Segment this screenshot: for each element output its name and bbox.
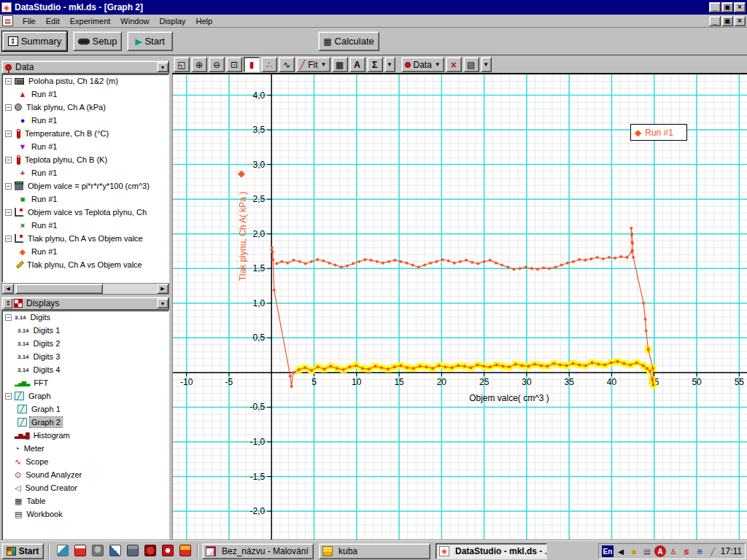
display-item-scope[interactable]: ∿ Scope xyxy=(2,455,169,468)
quicklaunch-icon-5[interactable] xyxy=(127,545,139,556)
zoom-in-button[interactable]: ⊕ xyxy=(191,57,207,72)
quicklaunch-icon-4[interactable] xyxy=(109,545,121,556)
child-restore-button[interactable]: ▣ xyxy=(721,16,733,26)
expand-icon[interactable]: − xyxy=(5,131,12,137)
start-button[interactable]: ▶ Start xyxy=(127,31,173,51)
displays-dropdown-button[interactable]: ▼ xyxy=(157,298,169,308)
scroll-left-button[interactable]: ◀ xyxy=(2,284,14,294)
smart-tool-button[interactable]: ▮ xyxy=(244,57,260,72)
tree-run-objem[interactable]: ■ Run #1 xyxy=(2,192,169,206)
display-item-sound-creator[interactable]: ◁ Sound Creator xyxy=(2,481,169,494)
close-button[interactable]: × xyxy=(734,2,746,12)
zoom-select-button[interactable]: ⊡ xyxy=(226,57,242,72)
power-icon[interactable]: ≶ xyxy=(681,545,692,557)
menu-edit[interactable]: Edit xyxy=(41,15,65,27)
slope-tool-button[interactable]: ∴ xyxy=(261,57,277,72)
quicklaunch-icon-6[interactable] xyxy=(144,545,156,556)
expand-icon[interactable]: − xyxy=(5,236,12,242)
data-panel-header[interactable]: Data ▼ xyxy=(1,61,169,74)
tree-run-tlak[interactable]: ● Run #1 xyxy=(2,114,169,127)
display-item-digits-1[interactable]: 3.14 Digits 1 xyxy=(2,324,169,337)
scroll-thumb[interactable] xyxy=(15,284,103,294)
tangent-tool-button[interactable]: ∿ xyxy=(279,57,295,72)
tree-item-objem-vs-teplota[interactable]: − Objem valce vs Teplota plynu, Ch xyxy=(2,206,169,219)
quicklaunch-icon-1[interactable] xyxy=(57,545,69,556)
data-menu-button[interactable]: Data ▼ xyxy=(401,57,444,72)
display-item-histogram[interactable]: ▃▆▄█ Histogram xyxy=(2,429,169,442)
expand-icon[interactable]: − xyxy=(5,209,12,216)
calculate-button[interactable]: ▦ Calculate xyxy=(318,31,379,51)
graph-settings-button[interactable]: ▤ xyxy=(463,57,479,72)
menu-experiment[interactable]: Experiment xyxy=(65,15,116,27)
text-tool-button[interactable]: A xyxy=(349,57,365,72)
graph-settings-dropdown-button[interactable]: ▼ xyxy=(481,57,492,72)
ati-icon[interactable]: A xyxy=(654,545,666,557)
scheduler-icon[interactable]: ▤ xyxy=(641,545,653,557)
tree-run-tlak-vs-objem[interactable]: ◆ Run #1 xyxy=(2,245,169,258)
update-icon[interactable]: ⊕ xyxy=(694,545,705,557)
tree-run-objem-vs-teplota[interactable]: × Run #1 xyxy=(2,219,169,232)
plot-area[interactable]: -10-5510152025303540455055-2,0-1,5-1,0-0… xyxy=(172,74,747,540)
tree-item-temperature[interactable]: − Temperature, Ch B (°C) xyxy=(2,127,169,140)
legend[interactable]: ◆ Run #1 xyxy=(630,124,687,141)
tree-item-tlak-plynu[interactable]: − Tlak plynu, Ch A (kPa) xyxy=(2,101,169,114)
start-menu-button[interactable]: Start xyxy=(1,543,44,559)
task-button-paint[interactable]: Bez_názvu - Malování xyxy=(202,543,314,559)
display-item-digits-4[interactable]: 3.14 Digits 4 xyxy=(2,363,169,376)
display-item-sound-analyzer[interactable]: ⊙ Sound Analyzer xyxy=(2,468,169,481)
display-utility-icon[interactable]: ◆ xyxy=(628,545,640,557)
volume-icon[interactable]: ◀ xyxy=(615,545,627,557)
calculator-tool-button[interactable]: ▦ xyxy=(332,57,348,72)
quicklaunch-icon-8[interactable] xyxy=(179,545,191,556)
tree-item-tlak-vs-objem-2[interactable]: Tlak plynu, Ch A vs Objem valce xyxy=(2,258,169,271)
quicklaunch-icon-3[interactable] xyxy=(92,545,104,556)
display-item-digits-3[interactable]: 3.14 Digits 3 xyxy=(2,350,169,363)
expand-icon[interactable]: − xyxy=(5,183,12,190)
setup-button[interactable]: Setup xyxy=(73,31,122,51)
statistics-button[interactable]: Σ xyxy=(367,57,383,72)
menu-display[interactable]: Display xyxy=(154,15,190,27)
display-item-digits-2[interactable]: 3.14 Digits 2 xyxy=(2,337,169,350)
remove-button[interactable]: × xyxy=(446,57,462,72)
task-button-datastudio[interactable]: ◈ DataStudio - mkl.ds - ... xyxy=(436,543,547,559)
child-minimize-button[interactable]: _ xyxy=(709,16,721,26)
data-tree-hscrollbar[interactable]: ◀ ▶ xyxy=(1,283,169,295)
display-item-table[interactable]: ▦ Table xyxy=(2,494,169,508)
child-close-button[interactable]: × xyxy=(734,16,746,26)
antivirus-icon[interactable]: ♙ xyxy=(667,545,679,557)
menu-window[interactable]: Window xyxy=(115,15,154,27)
tree-item-objem-valce[interactable]: − Objem valce = pi*r*r*y*100 (cm^3) xyxy=(2,179,169,192)
scroll-right-button[interactable]: ▶ xyxy=(157,284,169,294)
minimize-button[interactable]: _ xyxy=(709,2,721,12)
menu-file[interactable]: File xyxy=(18,15,41,27)
display-item-fft[interactable]: ▂▄▆▃ FFT xyxy=(2,376,169,389)
display-item-graph[interactable]: − ╱ Graph xyxy=(2,389,169,402)
tree-run-temperature[interactable]: ▼ Run #1 xyxy=(2,140,169,153)
quicklaunch-icon-7[interactable] xyxy=(162,545,174,556)
language-indicator[interactable]: En xyxy=(602,545,614,557)
menu-help[interactable]: Help xyxy=(191,15,218,27)
data-dropdown-button[interactable]: ▼ xyxy=(157,62,169,72)
display-item-meter[interactable]: ◔ Meter xyxy=(2,442,169,455)
display-item-graph-2[interactable]: ╱ Graph 2 xyxy=(2,416,169,429)
expand-icon[interactable]: − xyxy=(5,393,12,400)
tree-run-teplota[interactable]: + Run #1 xyxy=(2,166,169,179)
tree-item-tlak-vs-objem[interactable]: − Tlak plynu, Ch A vs Objem valce xyxy=(2,232,169,245)
summary-button[interactable]: ⇕ Summary xyxy=(2,31,67,51)
restore-button[interactable]: ▣ xyxy=(721,2,733,12)
display-item-digits[interactable]: − 3.14 Digits xyxy=(2,311,169,324)
quicklaunch-icon-2[interactable] xyxy=(74,545,86,556)
tree-item-teplota-plynu[interactable]: − Teplota plynu, Ch B (K) xyxy=(2,153,169,166)
expand-icon[interactable]: − xyxy=(5,157,12,163)
statistics-dropdown-button[interactable]: ▼ xyxy=(384,57,395,72)
pen-utility-icon[interactable]: ╱ xyxy=(707,545,719,557)
task-button-folder-kuba[interactable]: kuba xyxy=(319,543,430,559)
scale-to-fit-button[interactable]: ◱ xyxy=(174,57,190,72)
zoom-out-button[interactable]: ⊖ xyxy=(209,57,225,72)
expand-icon[interactable]: − xyxy=(5,104,12,111)
expand-icon[interactable]: − xyxy=(5,78,12,85)
tree-run-poloha[interactable]: ▲ Run #1 xyxy=(2,88,169,101)
display-item-graph-1[interactable]: ╱ Graph 1 xyxy=(2,402,169,416)
expand-icon[interactable]: − xyxy=(5,314,12,321)
fit-dropdown-button[interactable]: ╱ Fit ▼ xyxy=(296,57,330,72)
